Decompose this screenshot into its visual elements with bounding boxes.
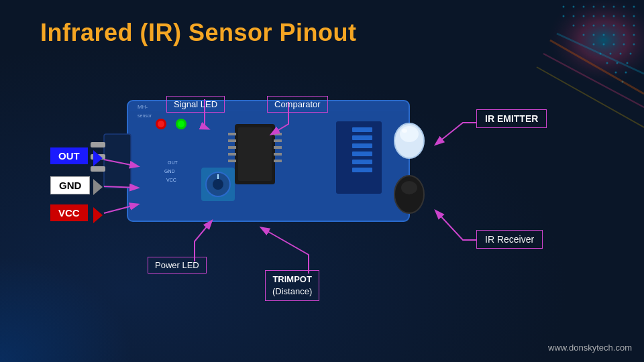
svg-text:MH-: MH- bbox=[138, 104, 148, 110]
svg-point-8 bbox=[633, 6, 635, 8]
pin-out-arrow bbox=[93, 150, 103, 166]
svg-rect-79 bbox=[352, 152, 372, 156]
svg-text:VCC: VCC bbox=[166, 178, 176, 182]
svg-point-29 bbox=[633, 34, 635, 36]
svg-rect-78 bbox=[352, 143, 372, 148]
page-title: Infrared (IR) Sensor Pinout bbox=[40, 19, 357, 47]
svg-rect-66 bbox=[274, 160, 282, 162]
svg-point-36 bbox=[610, 53, 612, 55]
svg-rect-64 bbox=[274, 146, 282, 149]
svg-text:GND: GND bbox=[164, 169, 175, 174]
glow-decoration bbox=[0, 255, 134, 362]
comparator-label: Comparator bbox=[267, 96, 328, 113]
svg-rect-52 bbox=[91, 142, 105, 147]
svg-point-33 bbox=[623, 44, 625, 46]
svg-rect-54 bbox=[91, 166, 105, 172]
trimpot-line1: TRIMPOT bbox=[272, 274, 312, 286]
svg-point-1 bbox=[563, 6, 565, 8]
svg-rect-63 bbox=[274, 139, 282, 142]
svg-point-28 bbox=[623, 34, 625, 36]
svg-point-24 bbox=[583, 34, 585, 36]
svg-point-69 bbox=[213, 179, 223, 190]
watermark: www.donskytech.com bbox=[548, 343, 632, 353]
svg-point-32 bbox=[613, 44, 615, 46]
svg-point-27 bbox=[613, 34, 615, 36]
svg-text:OUT: OUT bbox=[168, 160, 178, 165]
signal-led-label: Signal LED bbox=[166, 96, 225, 113]
ir-receiver-label: IR Receiver bbox=[476, 230, 543, 249]
svg-point-39 bbox=[606, 62, 608, 64]
svg-point-10 bbox=[573, 15, 575, 17]
svg-point-19 bbox=[593, 25, 595, 27]
svg-point-41 bbox=[627, 62, 629, 64]
svg-rect-76 bbox=[352, 127, 372, 132]
svg-rect-61 bbox=[228, 160, 236, 162]
ir-emitter-label: IR EMITTER bbox=[476, 109, 547, 128]
power-led-label: Power LED bbox=[148, 257, 207, 274]
svg-point-37 bbox=[620, 53, 622, 55]
svg-point-20 bbox=[603, 25, 605, 27]
svg-point-83 bbox=[400, 126, 419, 142]
trimpot-line2: (Distance) bbox=[272, 286, 312, 298]
svg-rect-56 bbox=[238, 127, 272, 181]
svg-point-26 bbox=[603, 34, 605, 36]
svg-point-9 bbox=[563, 15, 565, 17]
svg-rect-57 bbox=[228, 133, 236, 135]
svg-point-4 bbox=[593, 6, 595, 8]
svg-point-30 bbox=[593, 44, 595, 46]
svg-point-72 bbox=[178, 121, 184, 127]
svg-point-86 bbox=[401, 181, 417, 194]
svg-point-84 bbox=[402, 129, 407, 133]
svg-point-15 bbox=[623, 15, 625, 17]
svg-point-22 bbox=[623, 25, 625, 27]
svg-point-12 bbox=[593, 15, 595, 17]
pin-vcc-label: VCC bbox=[50, 204, 88, 221]
trimpot-label: TRIMPOT (Distance) bbox=[265, 270, 319, 301]
svg-point-21 bbox=[613, 25, 615, 27]
svg-point-42 bbox=[615, 72, 617, 74]
svg-point-3 bbox=[583, 6, 585, 8]
svg-rect-59 bbox=[228, 146, 236, 149]
svg-point-14 bbox=[613, 15, 615, 17]
svg-point-43 bbox=[625, 72, 627, 74]
svg-text:sensor: sensor bbox=[138, 113, 152, 118]
svg-rect-60 bbox=[228, 153, 236, 156]
svg-point-2 bbox=[573, 6, 575, 8]
svg-point-25 bbox=[593, 34, 595, 36]
pin-vcc-arrow bbox=[93, 207, 103, 223]
svg-point-11 bbox=[583, 15, 585, 17]
svg-rect-81 bbox=[352, 168, 372, 172]
svg-point-23 bbox=[633, 25, 635, 27]
svg-rect-65 bbox=[274, 153, 282, 156]
svg-point-38 bbox=[630, 53, 632, 55]
svg-point-31 bbox=[603, 44, 605, 46]
svg-point-7 bbox=[623, 6, 625, 8]
svg-point-17 bbox=[573, 25, 575, 27]
pin-out-label: OUT bbox=[50, 147, 88, 164]
svg-point-6 bbox=[613, 6, 615, 8]
svg-rect-62 bbox=[274, 133, 282, 135]
pin-gnd-label: GND bbox=[50, 176, 90, 194]
svg-point-34 bbox=[633, 44, 635, 46]
svg-rect-77 bbox=[352, 135, 372, 140]
svg-rect-51 bbox=[104, 134, 131, 188]
svg-rect-58 bbox=[228, 139, 236, 142]
svg-point-5 bbox=[603, 6, 605, 8]
svg-rect-80 bbox=[352, 160, 372, 164]
svg-point-16 bbox=[633, 15, 635, 17]
pin-gnd-arrow bbox=[93, 179, 103, 195]
svg-point-74 bbox=[158, 121, 164, 127]
svg-point-13 bbox=[603, 15, 605, 17]
svg-point-18 bbox=[583, 25, 585, 27]
